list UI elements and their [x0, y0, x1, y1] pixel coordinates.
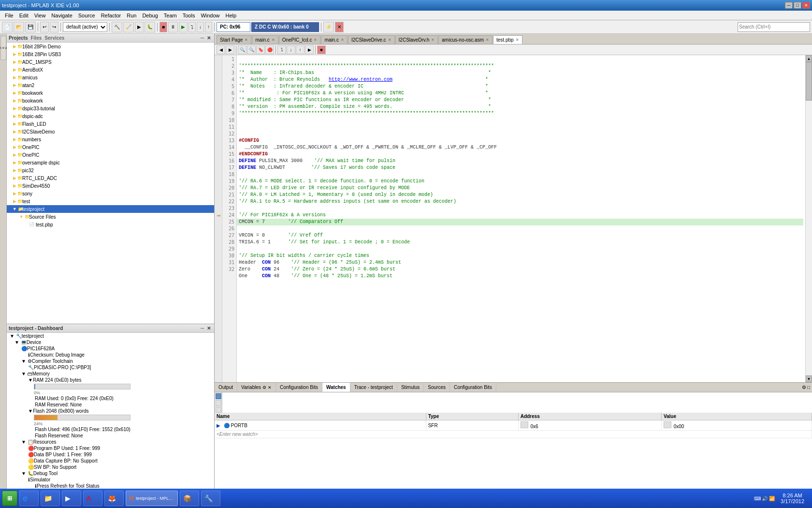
dash-pbp3[interactable]: 🔧 PICBASIC-PRO [C:\PBP3]: [7, 364, 214, 371]
dashboard-tree[interactable]: ▼ 🔧 testproject ▼ 💻 Device 🔵 PIC16F628A …: [7, 333, 214, 489]
taskbar-app7[interactable]: 📦: [180, 491, 199, 506]
zoom-out-button[interactable]: 🔍: [238, 45, 246, 54]
maximize-button[interactable]: □: [794, 2, 801, 9]
files-tab-label[interactable]: Files: [30, 35, 42, 41]
tree-item-pic32[interactable]: ▶ 📁pic32: [7, 166, 214, 174]
panel-minimize-icon[interactable]: ─: [199, 35, 205, 41]
tree-item-dspic-adc[interactable]: ▶ 📁dspic-adc: [7, 112, 214, 120]
tab-close-onepic[interactable]: ✕: [314, 38, 317, 42]
menu-file[interactable]: File: [2, 12, 16, 19]
clean-button[interactable]: 🧹: [123, 22, 134, 32]
watch-new-cell[interactable]: <Enter new watch>: [215, 431, 812, 438]
tree-item-numbers[interactable]: ▶ 📁numbers: [7, 135, 214, 143]
back-nav-button[interactable]: ◀: [217, 45, 225, 54]
dashboard-close-icon[interactable]: ✕: [205, 326, 212, 331]
tab-close-main1[interactable]: ✕: [272, 38, 275, 42]
tree-item-16bit28pin[interactable]: ▶ 📁16bit 28Pin Demo: [7, 43, 214, 50]
step-over-button[interactable]: ⤵: [188, 22, 196, 32]
variables-close-icon[interactable]: ✕: [268, 385, 272, 390]
pause-button[interactable]: ⏸: [168, 22, 178, 32]
tree-item-atan2[interactable]: ▶ 📁atan2: [7, 81, 214, 89]
tab-output[interactable]: Output: [215, 383, 237, 392]
taskbar-explorer[interactable]: 📁: [41, 491, 60, 506]
watches-config-icon[interactable]: ⚙: [802, 385, 806, 390]
tab-trace[interactable]: Trace - testproject: [350, 383, 397, 392]
config-dropdown[interactable]: default (active): [63, 22, 107, 32]
continue-button[interactable]: ▶: [179, 22, 188, 32]
scroll-up-button[interactable]: ▲: [806, 55, 812, 62]
menu-help[interactable]: Help: [223, 12, 240, 19]
tab-config-bits-1[interactable]: Configuration Bits: [276, 383, 322, 392]
tree-item-oversample[interactable]: ▶ 📁oversample dspic: [7, 159, 214, 166]
redo-button[interactable]: ↪: [50, 22, 58, 32]
tree-item-simdev[interactable]: ▶ 📁SimDev4550: [7, 182, 214, 190]
tab-close-main2[interactable]: ✕: [341, 38, 344, 42]
fwd-nav-button[interactable]: ▶: [226, 45, 234, 54]
tab-close-i2cdrive[interactable]: ✕: [388, 38, 392, 42]
dash-simulator[interactable]: ℹ Simulator: [7, 477, 214, 483]
tab-main-c-2[interactable]: main.c ✕: [321, 35, 347, 44]
build-button[interactable]: 🔨: [112, 22, 122, 32]
undo-button[interactable]: ↩: [40, 22, 49, 32]
save-button[interactable]: 💾: [25, 22, 36, 32]
tab-variables[interactable]: Variables ⚙ ✕: [237, 383, 276, 392]
menu-navigate[interactable]: Navigate: [48, 12, 75, 19]
panel-close-icon[interactable]: ✕: [205, 35, 212, 41]
scroll-down-button[interactable]: ▼: [806, 375, 812, 382]
dashboard-minimize-icon[interactable]: ─: [199, 326, 205, 331]
tab-close-amicus[interactable]: ✕: [486, 38, 489, 42]
dash-checksum[interactable]: ℹ Checksum: Debug Image: [7, 352, 214, 358]
tree-item-onepic1[interactable]: ▶ 📁OnePIC: [7, 143, 214, 151]
editor-vscrollbar[interactable]: ▲ ▼: [805, 55, 812, 382]
stop-button[interactable]: ■: [160, 22, 167, 32]
tree-item-bookwork2[interactable]: ▶ 📁bookwork: [7, 97, 214, 105]
breakpoint-button[interactable]: 🔴: [265, 45, 274, 54]
minimize-button[interactable]: ─: [785, 2, 793, 9]
run-button[interactable]: ▶: [135, 22, 144, 32]
tab-config-bits-2[interactable]: Configuration Bits: [450, 383, 496, 392]
step-over-ct[interactable]: ⤵: [277, 45, 286, 54]
tree-item-source-files[interactable]: ▼ 📁Source Files: [7, 213, 214, 221]
bookmark-button[interactable]: 🔖: [256, 45, 265, 54]
new-project-button[interactable]: 📄: [2, 22, 13, 32]
scroll-track[interactable]: [806, 62, 812, 375]
step-into-button[interactable]: ↓: [197, 22, 204, 32]
tree-item-bookwork1[interactable]: ▶ 📁bookwork: [7, 89, 214, 97]
tab-close-start-page[interactable]: ✕: [245, 38, 248, 42]
dash-resources[interactable]: ▼ 📋 Resources: [7, 439, 214, 445]
dash-device[interactable]: ▼ 💻 Device: [7, 339, 214, 345]
tab-amicus-asm[interactable]: amicus-no-osc.asm ✕: [438, 35, 493, 44]
menu-edit[interactable]: Edit: [16, 12, 31, 19]
taskbar-ie[interactable]: e: [19, 491, 39, 506]
search-input[interactable]: [738, 22, 810, 32]
watch-expand-icon[interactable]: ▶: [217, 423, 220, 428]
programmer-button[interactable]: ⚡: [323, 22, 334, 32]
find-button[interactable]: 🔍: [247, 45, 256, 54]
run-to-cursor[interactable]: ▶: [305, 45, 314, 54]
taskbar-wmp[interactable]: ▶: [62, 491, 81, 506]
watch-new-row[interactable]: <Enter new watch>: [215, 431, 812, 438]
dash-compiler[interactable]: ▼ ⚙ Compiler Toolchain: [7, 358, 214, 364]
scroll-thumb[interactable]: [806, 62, 812, 101]
close-button[interactable]: ✕: [802, 2, 810, 9]
menu-debug[interactable]: Debug: [139, 12, 160, 19]
tab-sources[interactable]: Sources: [424, 383, 450, 392]
open-button[interactable]: 📂: [14, 22, 24, 32]
tree-item-aerobotx[interactable]: ▶ 📁AeroBotX: [7, 66, 214, 74]
start-button[interactable]: ⊞: [2, 491, 17, 506]
tree-item-test[interactable]: ▶ 📁test: [7, 197, 214, 205]
dash-testproject[interactable]: ▼ 🔧 testproject: [7, 333, 214, 339]
step-out-ct[interactable]: ↑: [296, 45, 304, 54]
tree-item-rtc[interactable]: ▶ 📁RTC_LED_ADC: [7, 174, 214, 182]
tree-item-testpbp[interactable]: 📄test.pbp: [7, 221, 214, 228]
tree-item-i2c[interactable]: ▶ 📁I2CSlaveDemo: [7, 128, 214, 135]
dash-pic16f628a[interactable]: 🔵 PIC16F628A: [7, 345, 214, 352]
tree-item-sony[interactable]: ▶ 📁sony: [7, 190, 214, 197]
tree-item-testproject[interactable]: ▼ 📁testproject: [7, 205, 214, 213]
tree-item-16bit28pinusb3[interactable]: ▶ 📁16Bit 28Pin USB3: [7, 50, 214, 58]
dash-debug-tool[interactable]: ▼ 🐛 Debug Tool: [7, 470, 214, 477]
tab-close-i2cdrv[interactable]: ✕: [431, 38, 435, 42]
watches-remove-icon[interactable]: [216, 400, 221, 406]
tree-item-amicus[interactable]: ▶ 📁amicus: [7, 74, 214, 81]
menu-view[interactable]: View: [31, 12, 49, 19]
